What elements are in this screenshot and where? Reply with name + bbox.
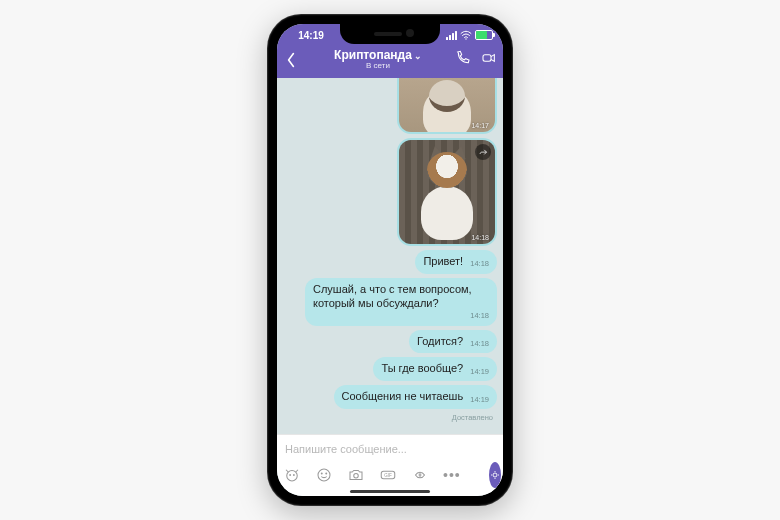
photo-message[interactable]: 14:17: [397, 78, 497, 134]
message-input[interactable]: [283, 440, 501, 458]
camera-button[interactable]: [347, 465, 365, 485]
text-message[interactable]: Сообщения не читаешь 14:19: [334, 385, 497, 409]
text-message[interactable]: Годится? 14:18: [409, 330, 497, 354]
svg-point-3: [290, 475, 291, 476]
message-text: Ты где вообще?: [381, 362, 463, 374]
chevron-down-icon: ⌄: [414, 51, 422, 61]
chat-title-button[interactable]: Криптопанда⌄ В сети: [305, 49, 451, 71]
video-call-button[interactable]: [481, 50, 497, 70]
screen: 14:19 Криптопанда⌄ В сети: [277, 24, 503, 496]
message-list[interactable]: 14:17 14:18 Привет! 14:18 Слушай, а что …: [277, 78, 503, 434]
message-time: 14:18: [471, 234, 489, 241]
battery-icon: [475, 30, 493, 40]
phone-frame: 14:19 Криптопанда⌄ В сети: [267, 14, 513, 506]
gif-button[interactable]: GIF: [379, 465, 397, 485]
composer: GIF •••: [277, 434, 503, 496]
more-button[interactable]: •••: [443, 468, 461, 482]
message-time: 14:17: [471, 122, 489, 129]
back-button[interactable]: [281, 48, 301, 72]
svg-point-8: [354, 474, 359, 479]
voice-message-button[interactable]: [489, 462, 501, 488]
message-time: 14:19: [470, 395, 489, 404]
svg-point-0: [465, 38, 466, 39]
delivery-status: Доставлено: [452, 413, 497, 422]
svg-point-6: [321, 473, 322, 474]
message-text: Привет!: [423, 255, 463, 267]
svg-point-5: [318, 469, 330, 481]
text-message[interactable]: Привет! 14:18: [415, 250, 497, 274]
cat-sticker-button[interactable]: [283, 465, 301, 485]
text-message[interactable]: Ты где вообще? 14:19: [373, 357, 497, 381]
chat-subtitle: В сети: [305, 62, 451, 71]
message-text: Слушай, а что с тем вопросом, который мы…: [313, 283, 472, 309]
forward-icon[interactable]: [475, 144, 491, 160]
svg-rect-1: [483, 55, 491, 62]
message-text: Сообщения не читаешь: [342, 390, 464, 402]
status-indicators: [435, 30, 493, 40]
svg-point-7: [326, 473, 327, 474]
chat-title: Криптопанда: [334, 48, 412, 62]
message-time: 14:19: [470, 367, 489, 376]
message-time: 14:18: [313, 311, 489, 320]
signal-icon: [446, 31, 457, 40]
emoji-button[interactable]: [315, 465, 333, 485]
svg-point-4: [294, 475, 295, 476]
photo-message[interactable]: 14:18: [397, 138, 497, 246]
wifi-icon: [460, 30, 472, 40]
message-text: Годится?: [417, 335, 463, 347]
svg-text:GIF: GIF: [384, 473, 392, 478]
svg-point-11: [493, 473, 497, 477]
message-time: 14:18: [470, 339, 489, 348]
text-message[interactable]: Слушай, а что с тем вопросом, который мы…: [305, 278, 497, 326]
svg-point-2: [287, 471, 298, 482]
money-button[interactable]: [411, 465, 429, 485]
notch: [340, 24, 440, 44]
message-time: 14:18: [470, 259, 489, 268]
voice-call-button[interactable]: [455, 50, 471, 70]
status-time: 14:19: [287, 30, 335, 41]
home-indicator[interactable]: [350, 490, 430, 493]
